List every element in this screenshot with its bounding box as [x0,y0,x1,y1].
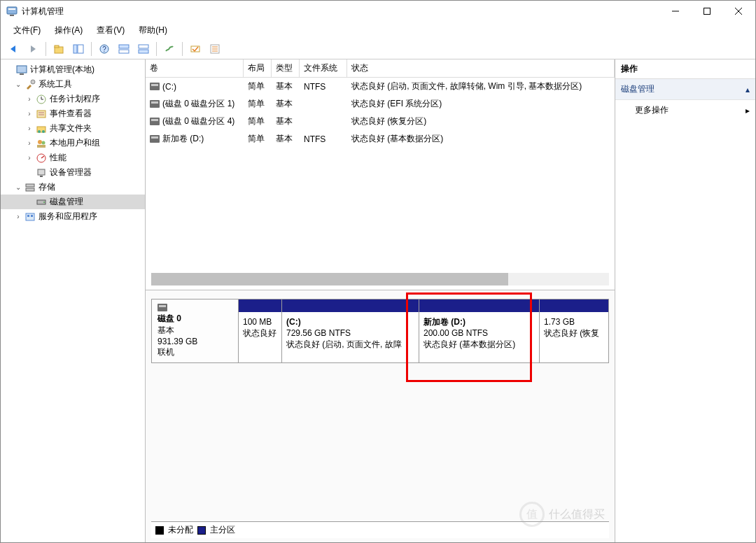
svg-rect-16 [139,50,148,53]
back-button[interactable] [5,41,22,57]
actions-category-label: 磁盘管理 [621,83,654,95]
up-button[interactable] [50,41,67,57]
volume-list-header[interactable]: 卷 布局 类型 文件系统 状态 [146,59,615,78]
col-status[interactable]: 状态 [347,59,615,77]
svg-rect-0 [7,7,17,14]
partition[interactable]: 100 MB 状态良好 [239,299,282,362]
maximize-button[interactable] [691,1,722,22]
partition-status: 状态良好 (恢复 [544,327,604,339]
table-row[interactable]: (C:) 简单 基本 NTFS 状态良好 (启动, 页面文件, 故障转储, Wi… [146,78,615,95]
watermark: 值 什么值得买 [519,502,605,527]
settings-button[interactable] [161,41,178,57]
window-title: 计算机管理 [22,6,659,17]
view-top-button[interactable] [115,41,132,57]
event-icon [36,108,47,120]
cell: 简单 [244,130,272,148]
actions-more[interactable]: 更多操作 ▸ [615,100,755,120]
svg-rect-36 [37,145,46,148]
svg-rect-4 [704,8,710,15]
navigation-tree[interactable]: 计算机管理(本地) ⌄ 系统工具 › 任务计划程序 › 事件查看器 › 共享文件… [1,59,146,542]
cell: 简单 [244,113,272,130]
svg-point-34 [38,140,42,144]
device-icon [36,167,47,178]
properties-button[interactable] [206,41,223,57]
menu-view[interactable]: 查看(V) [90,22,132,38]
svg-rect-1 [8,8,15,10]
menu-action[interactable]: 操作(A) [48,22,90,38]
table-row[interactable]: (磁盘 0 磁盘分区 1) 简单 基本 状态良好 (EFI 系统分区) [146,95,615,113]
actions-more-label: 更多操作 [635,104,668,116]
tree-device-manager[interactable]: 设备管理器 [1,165,145,180]
cell: NTFS [300,130,347,148]
partition-stripe [282,299,419,312]
show-hide-tree-button[interactable] [70,41,87,57]
disk-info[interactable]: 磁盘 0 基本 931.39 GB 联机 [152,299,239,362]
scrollbar-thumb[interactable] [151,273,508,285]
tree-services-apps[interactable]: › 服务和应用程序 [1,209,145,224]
menu-help[interactable]: 帮助(H) [132,22,174,38]
partition-info: 729.56 GB NTFS [286,327,414,339]
col-volume[interactable]: 卷 [146,59,244,77]
disk-size: 931.39 GB [158,337,232,346]
partition-name: 新加卷 (D:) [424,316,535,327]
partition-status: 状态良好 (启动, 页面文件, 故障 [286,339,414,350]
table-row[interactable]: (磁盘 0 磁盘分区 4) 简单 基本 状态良好 (恢复分区) [146,113,615,130]
legend-label: 未分配 [168,524,193,536]
titlebar: 计算机管理 [1,1,755,22]
users-icon [36,138,47,149]
svg-rect-46 [27,215,29,217]
col-layout[interactable]: 布局 [244,59,272,77]
svg-rect-40 [40,176,43,177]
svg-point-33 [42,130,45,133]
col-fs[interactable]: 文件系统 [300,59,347,77]
svg-rect-39 [38,169,45,175]
minimize-button[interactable] [659,1,691,22]
tree-root[interactable]: 计算机管理(本地) [1,62,145,77]
partition[interactable]: 新加卷 (D:) 200.00 GB NTFS 状态良好 (基本数据分区) [419,299,540,362]
forward-button[interactable] [24,41,41,57]
tree-event-viewer[interactable]: › 事件查看器 [1,106,145,121]
cell: 基本 [272,130,300,148]
partition[interactable]: (C:) 729.56 GB NTFS 状态良好 (启动, 页面文件, 故障 [282,299,419,362]
disk-row[interactable]: 磁盘 0 基本 931.39 GB 联机 100 MB 状态良好 [151,299,609,363]
help-button[interactable]: ? [96,41,113,57]
cell: 基本 [272,95,300,113]
tree-system-tools[interactable]: ⌄ 系统工具 [1,77,145,92]
partition-name: (C:) [286,316,414,327]
horizontal-scrollbar[interactable] [151,273,609,285]
refresh-button[interactable] [187,41,204,57]
svg-rect-8 [55,45,59,48]
cell [300,95,347,113]
tree-shared-folders[interactable]: › 共享文件夹 [1,121,145,136]
disk-state: 联机 [158,346,232,358]
menu-file[interactable]: 文件(F) [6,22,48,38]
svg-rect-28 [37,111,46,118]
view-bottom-button[interactable] [135,41,152,57]
tree-label: 存储 [38,181,55,193]
tree-storage[interactable]: ⌄ 存储 [1,180,145,195]
cell: 新加卷 (D:) [162,133,204,145]
svg-rect-23 [20,73,24,75]
svg-rect-15 [139,45,148,48]
col-type[interactable]: 类型 [272,59,300,77]
svg-rect-41 [26,184,34,187]
tree-local-users[interactable]: › 本地用户和组 [1,136,145,150]
collapse-icon: ▴ [746,85,750,94]
cell: 简单 [244,78,272,95]
tree-performance[interactable]: › 性能 [1,150,145,165]
folder-share-icon [36,123,47,134]
actions-header: 操作 [615,59,755,79]
table-row[interactable]: 新加卷 (D:) 简单 基本 NTFS 状态良好 (基本数据分区) [146,130,615,148]
svg-point-44 [43,202,45,203]
partition[interactable]: 1.73 GB 状态良好 (恢复 [540,299,608,362]
actions-category[interactable]: 磁盘管理 ▴ [615,79,755,100]
content: 计算机管理(本地) ⌄ 系统工具 › 任务计划程序 › 事件查看器 › 共享文件… [1,59,755,542]
partition-status: 状态良好 (基本数据分区) [424,339,535,350]
tree-disk-management[interactable]: 磁盘管理 [1,195,145,209]
disk-label: 磁盘 0 [158,313,232,325]
close-button[interactable] [722,1,754,22]
center-pane: 卷 布局 类型 文件系统 状态 (C:) 简单 基本 NTFS 状态良好 (启动… [146,59,615,542]
toolbar-separator [156,42,157,56]
tree-task-scheduler[interactable]: › 任务计划程序 [1,92,145,106]
cell [300,113,347,130]
